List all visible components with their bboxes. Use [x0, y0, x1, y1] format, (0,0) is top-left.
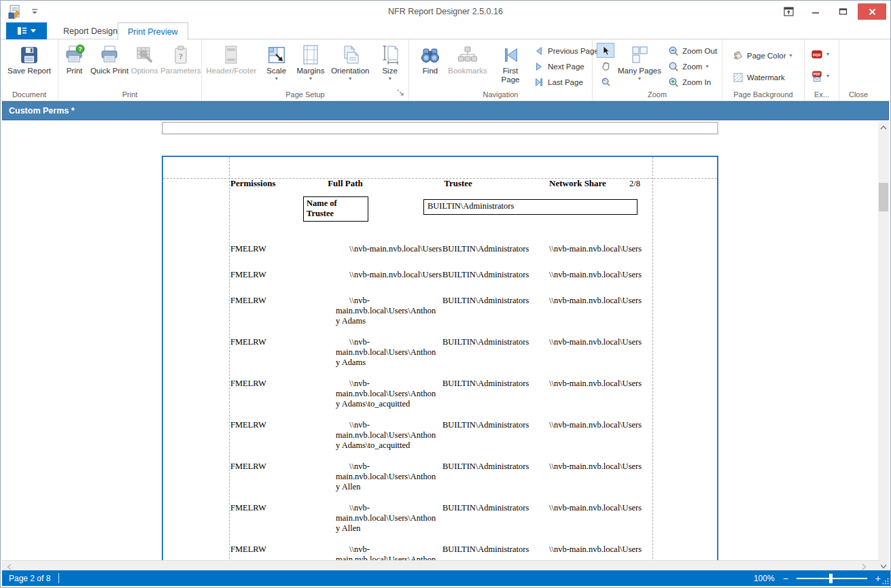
- header-footer-button[interactable]: Header/Footer: [205, 41, 258, 88]
- page-setup-dialog-launcher-icon[interactable]: [397, 89, 406, 98]
- column-header-network-share: Network Share: [549, 178, 606, 189]
- previous-page-button[interactable]: Previous Page: [530, 43, 601, 58]
- close-button[interactable]: [858, 3, 886, 20]
- pdf-email-icon: PDF: [811, 71, 823, 82]
- header-footer-icon: [220, 44, 243, 67]
- group-label-close: Close: [839, 90, 877, 99]
- save-report-button[interactable]: Save Report: [7, 41, 51, 88]
- next-page-icon: [533, 60, 544, 72]
- scale-button[interactable]: Scale ▾: [261, 41, 292, 88]
- pointer-tool-button[interactable]: [597, 43, 614, 58]
- chevron-down-icon: ▾: [826, 73, 829, 79]
- print-preview-area[interactable]: Permissions Full Path Trustee Network Sh…: [1, 121, 881, 560]
- zoom-out-minus-button[interactable]: −: [783, 574, 788, 583]
- status-bar: Page 2 of 8 100% − +: [2, 570, 890, 586]
- document-title: Custom Perms *: [3, 106, 75, 116]
- vertical-scrollbar[interactable]: [878, 122, 889, 572]
- ribbon-group-close: Close: [839, 39, 877, 101]
- export-pdf-button[interactable]: PDF ▾: [809, 46, 832, 63]
- ribbon-tab-row: Report Designer Print Preview: [1, 22, 890, 39]
- email-pdf-button[interactable]: PDF ▾: [809, 67, 832, 85]
- maximize-button[interactable]: [831, 3, 855, 20]
- first-page-button[interactable]: First Page: [495, 41, 526, 88]
- group-label-print: Print: [58, 90, 201, 99]
- svg-text:?: ?: [179, 51, 184, 61]
- magnifier-tool-button[interactable]: [597, 74, 614, 89]
- orientation-button[interactable]: Orientation ▾: [329, 41, 371, 88]
- group-label-navigation: Navigation: [409, 90, 592, 99]
- column-header-trustee: Trustee: [424, 178, 492, 189]
- table-row: FMELRW \\nvb-main.nvb.local\Users BUILTI…: [163, 270, 717, 296]
- report-rows: FMELRW \\nvb-main.nvb.local\Users BUILTI…: [163, 244, 717, 560]
- orientation-icon: [338, 44, 362, 67]
- first-page-icon: [499, 44, 522, 67]
- table-row: FMELRW \\nvb- main.nvb.local\Users\Antho…: [163, 503, 717, 544]
- minimize-button[interactable]: [803, 3, 828, 20]
- ribbon-group-document: Save Report Document: [1, 39, 58, 101]
- margins-icon: [299, 44, 322, 67]
- quick-print-icon: [98, 44, 121, 67]
- group-label-zoom: Zoom: [593, 90, 722, 99]
- group-label-document: Document: [1, 90, 58, 99]
- vertical-scroll-thumb[interactable]: [879, 183, 888, 211]
- ribbon-group-export: PDF ▾ PDF ▾: [805, 39, 839, 101]
- margins-button[interactable]: Margins ▾: [295, 41, 326, 88]
- watermark-icon: [732, 72, 744, 84]
- ribbon-group-page-background: Page Color ▾ Watermark: [722, 39, 805, 101]
- pointer-icon: [601, 46, 610, 56]
- application-menu-button[interactable]: [6, 22, 47, 39]
- svg-text:PDF: PDF: [813, 52, 822, 57]
- pdf-file-icon: PDF: [811, 49, 823, 60]
- zoom-in-button[interactable]: Zoom In: [665, 74, 720, 90]
- chevron-down-icon: ▾: [826, 52, 829, 57]
- previous-page-icon: [533, 45, 544, 56]
- group-label-page-setup: Page Setup: [202, 90, 408, 99]
- print-button[interactable]: ? Print: [58, 41, 90, 88]
- table-row: FMELRW \\nvb-main.nvb.local\Users BUILTI…: [163, 244, 717, 270]
- chevron-down-icon: ▾: [389, 76, 391, 82]
- chevron-down-icon: ▾: [638, 76, 641, 82]
- hand-tool-button[interactable]: [597, 58, 614, 73]
- parameters-button[interactable]: ? Parameters: [160, 41, 200, 88]
- magnifier-icon: [601, 77, 611, 87]
- zoom-slider-thumb[interactable]: [829, 574, 833, 583]
- chevron-down-icon: ▾: [275, 76, 278, 82]
- table-row: FMELRW \\nvb- main.nvb.local\Users\Antho…: [163, 337, 717, 379]
- ribbon-group-page-setup: Header/Footer Scale ▾: [202, 39, 409, 101]
- title-bar: NFR Report Designer 2.5.0.16: [1, 1, 890, 22]
- last-page-button[interactable]: Last Page: [530, 74, 601, 90]
- zoom-in-plus-button[interactable]: +: [875, 574, 881, 583]
- quick-print-button[interactable]: Quick Print: [90, 41, 128, 88]
- next-page-button[interactable]: Next Page: [530, 58, 601, 74]
- separator: [58, 573, 59, 583]
- app-window: NFR Report Designer 2.5.0.16: [0, 0, 891, 588]
- size-button[interactable]: Size ▾: [374, 41, 406, 88]
- group-label-page-background: Page Background: [722, 90, 804, 99]
- bookmarks-button[interactable]: Bookmarks: [446, 41, 489, 88]
- pin-ribbon-button[interactable]: [776, 3, 801, 20]
- options-button[interactable]: Options: [129, 41, 160, 88]
- svg-text:PDF: PDF: [814, 72, 820, 76]
- find-button[interactable]: Find: [415, 41, 446, 88]
- table-row: FMELRW \\nvb- main.nvb.local\Users\Antho…: [163, 544, 717, 560]
- ribbon-group-print: ? Print Quick P: [58, 39, 202, 101]
- column-header-permissions: Permissions: [230, 178, 275, 189]
- page-number-indicator: 2/8: [629, 179, 640, 189]
- zoom-button[interactable]: Zoom ▾: [665, 58, 720, 74]
- zoom-out-button[interactable]: Zoom Out: [665, 43, 720, 58]
- scroll-up-arrow[interactable]: [878, 122, 889, 133]
- zoom-slider[interactable]: [797, 574, 867, 583]
- zoom-out-icon: [667, 45, 679, 56]
- ribbon-group-navigation: Find: [409, 39, 593, 101]
- parameters-icon: ?: [169, 44, 192, 67]
- many-pages-button[interactable]: Many Pages ▾: [617, 41, 662, 88]
- report-page: Permissions Full Path Trustee Network Sh…: [162, 156, 718, 560]
- resize-grip[interactable]: [882, 578, 889, 585]
- print-icon: ?: [63, 44, 86, 67]
- table-row: FMELRW \\nvb- main.nvb.local\Users\Antho…: [163, 296, 717, 337]
- watermark-button[interactable]: Watermark: [729, 69, 788, 86]
- tab-print-preview[interactable]: Print Preview: [118, 22, 188, 40]
- bookmarks-icon: [456, 44, 479, 67]
- page-color-button[interactable]: Page Color ▾: [729, 47, 795, 65]
- group-label-export: Ex...: [805, 90, 839, 99]
